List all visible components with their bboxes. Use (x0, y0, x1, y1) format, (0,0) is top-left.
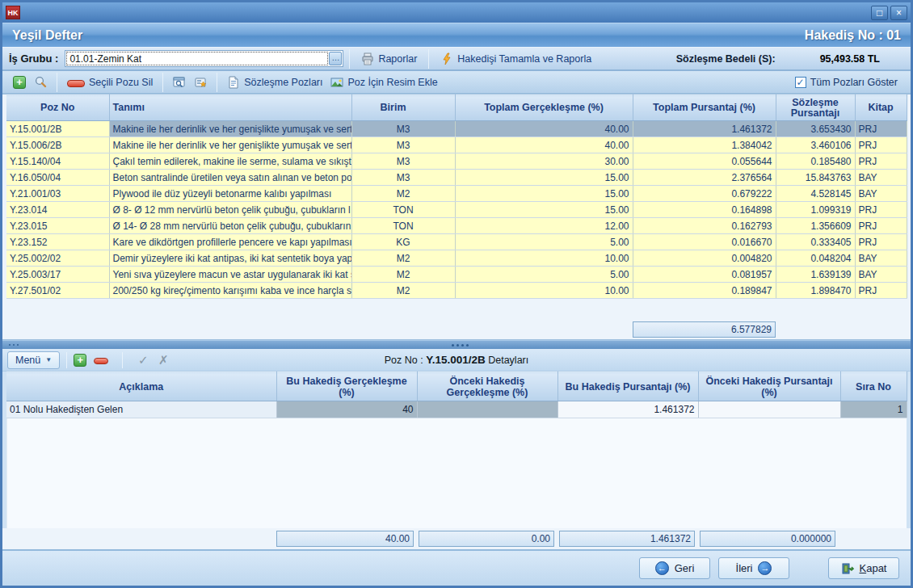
cell-sozlesme[interactable]: 4.528145 (776, 186, 855, 202)
cell-gerceklesme[interactable]: 12.00 (455, 218, 633, 234)
cell-birim[interactable]: TON (351, 218, 455, 234)
apply-icon[interactable]: ✓ (137, 354, 149, 367)
cell-kitap[interactable]: BAY (855, 250, 907, 267)
col-header-aciklama[interactable]: Açıklama (6, 372, 276, 401)
is-grubu-combobox[interactable]: 01.01-Zemin Kat … (65, 50, 343, 67)
cell-bu-gerc[interactable]: 40 (276, 401, 417, 418)
cell-pursantaj[interactable]: 0.679222 (633, 186, 776, 202)
cell-birim[interactable]: M2 (351, 186, 455, 202)
cell-sozlesme[interactable]: 0.333405 (776, 234, 855, 250)
cell-tanim[interactable]: Makine ile her derinlik ve her genişlikt… (109, 137, 351, 153)
cell-birim[interactable]: M3 (351, 153, 455, 170)
cell-tanim[interactable]: Ø 14- Ø 28 mm nervürlü beton çelik çubuğ… (109, 218, 351, 234)
cell-tanim[interactable]: Çakıl temin edilerek, makine ile serme, … (109, 153, 351, 170)
cell-pursantaj[interactable]: 0.081957 (633, 267, 776, 283)
cell-birim[interactable]: M3 (351, 170, 455, 186)
detail-add-icon[interactable]: + (74, 354, 86, 367)
cell-sozlesme[interactable]: 1.639139 (776, 267, 855, 283)
cell-sozlesme[interactable]: 0.185480 (776, 153, 855, 170)
cell-poz-no[interactable]: Y.15.006/2B (6, 137, 109, 153)
cell-kitap[interactable]: BAY (855, 170, 907, 186)
tum-pozlari-goster-control[interactable]: ✓ Tüm Pozları Göster (795, 77, 898, 88)
cell-kitap[interactable]: PRJ (855, 202, 907, 218)
cell-pursantaj[interactable]: 1.461372 (633, 121, 776, 137)
panel-splitter[interactable] (2, 340, 911, 349)
col-header-toplam-pursantaj[interactable]: Toplam Pursantaj (%) (633, 95, 776, 121)
table-row[interactable]: Y.25.003/17Yeni sıva yüzeylere macun ve … (6, 267, 907, 283)
cell-pursantaj[interactable]: 0.164898 (633, 202, 776, 218)
cell-tanim[interactable]: Makine ile her derinlik ve her genişlikt… (109, 121, 351, 137)
table-row[interactable]: Y.15.140/04Çakıl temin edilerek, makine … (6, 153, 907, 170)
cell-sira-no[interactable]: 1 (840, 401, 907, 418)
cell-pursantaj[interactable]: 0.055644 (633, 153, 776, 170)
col-header-sozlesme-pursantaji[interactable]: Sözleşme Pursantajı (776, 95, 855, 121)
cell-tanim[interactable]: Beton santralinde üretilen veya satın al… (109, 170, 351, 186)
secili-pozu-sil-button[interactable]: Seçili Pozu Sil (63, 75, 157, 90)
close-button[interactable]: × (890, 6, 907, 20)
col-header-onceki-gerceklesme[interactable]: Önceki Hakediş Gerçekleşme (%) (417, 372, 557, 401)
cell-poz-no[interactable]: Y.21.001/03 (6, 186, 109, 202)
cell-kitap[interactable]: BAY (855, 186, 907, 202)
cell-gerceklesme[interactable]: 15.00 (455, 202, 633, 218)
tree-view-button[interactable] (190, 74, 211, 90)
preview-button[interactable] (169, 74, 190, 90)
table-row[interactable]: Y.15.006/2BMakine ile her derinlik ve he… (6, 137, 907, 153)
col-header-kitap[interactable]: Kitap (855, 95, 907, 121)
cell-kitap[interactable]: PRJ (855, 121, 907, 137)
col-header-birim[interactable]: Birim (351, 95, 455, 121)
cell-poz-no[interactable]: Y.23.015 (6, 218, 109, 234)
col-header-poz-no[interactable]: Poz No (6, 95, 109, 121)
cell-sozlesme[interactable]: 1.356609 (776, 218, 855, 234)
cell-kitap[interactable]: PRJ (855, 234, 907, 250)
cell-gerceklesme[interactable]: 5.00 (455, 267, 633, 283)
cell-tanim[interactable]: Plywood ile düz yüzeyli betonarme kalıbı… (109, 186, 351, 202)
cell-poz-no[interactable]: Y.25.002/02 (6, 250, 109, 267)
cell-tanim[interactable]: 200/250 kg kireç/çimento karışımı kaba v… (109, 283, 351, 299)
col-header-bu-gerceklesme[interactable]: Bu Hakediş Gerçekleşme (%) (276, 372, 417, 401)
cell-poz-no[interactable]: Y.15.001/2B (6, 121, 109, 137)
cell-gerceklesme[interactable]: 5.00 (455, 234, 633, 250)
geri-button[interactable]: ← Geri (639, 557, 710, 579)
cell-gerceklesme[interactable]: 10.00 (455, 250, 633, 267)
table-row[interactable]: Y.21.001/03Plywood ile düz yüzeyli beton… (6, 186, 907, 202)
cell-tanim[interactable]: Kare ve dikdörtgen profillerle pencere v… (109, 234, 351, 250)
cell-tanim[interactable]: Demir yüzeylere iki kat antipas, iki kat… (109, 250, 351, 267)
cell-tanim[interactable]: Yeni sıva yüzeylere macun ve astar uygul… (109, 267, 351, 283)
cell-onceki-purs[interactable] (698, 401, 840, 418)
cell-sozlesme[interactable]: 0.048204 (776, 250, 855, 267)
col-header-tanimi[interactable]: Tanımı (109, 95, 351, 121)
cell-birim[interactable]: M3 (351, 121, 455, 137)
cell-birim[interactable]: M3 (351, 137, 455, 153)
is-grubu-value[interactable]: 01.01-Zemin Kat (66, 52, 328, 65)
table-row[interactable]: Y.15.001/2BMakine ile her derinlik ve he… (6, 121, 907, 137)
cell-onceki-gerc[interactable] (417, 401, 557, 418)
cell-gerceklesme[interactable]: 10.00 (455, 283, 633, 299)
cell-poz-no[interactable]: Y.16.050/04 (6, 170, 109, 186)
poz-resim-ekle-button[interactable]: Poz İçin Resim Ekle (326, 74, 441, 90)
cancel-icon[interactable]: ✗ (157, 354, 170, 367)
cell-aciklama[interactable]: 01 Nolu Hakedişten Gelen (6, 401, 276, 418)
cell-pursantaj[interactable]: 0.162793 (633, 218, 776, 234)
cell-bu-purs[interactable]: 1.461372 (557, 401, 698, 418)
hakedisi-tamamla-button[interactable]: Hakedişi Tamamla ve Raporla (435, 50, 597, 68)
menu-button[interactable]: Menü ▼ (7, 351, 60, 369)
table-row[interactable]: Y.25.002/02Demir yüzeylere iki kat antip… (6, 250, 907, 267)
cell-tanim[interactable]: Ø 8- Ø 12 mm nervürlü beton çelik çubuğu… (109, 202, 351, 218)
cell-sozlesme[interactable]: 3.653430 (776, 121, 855, 137)
cell-birim[interactable]: TON (351, 202, 455, 218)
cell-gerceklesme[interactable]: 15.00 (455, 170, 633, 186)
col-header-sira-no[interactable]: Sıra No (840, 372, 907, 401)
cell-gerceklesme[interactable]: 40.00 (455, 137, 633, 153)
cell-poz-no[interactable]: Y.27.501/02 (6, 283, 109, 299)
table-row[interactable]: Y.23.015Ø 14- Ø 28 mm nervürlü beton çel… (6, 218, 907, 234)
cell-poz-no[interactable]: Y.23.152 (6, 234, 109, 250)
cell-pursantaj[interactable]: 1.384042 (633, 137, 776, 153)
cell-pursantaj[interactable]: 0.016670 (633, 234, 776, 250)
cell-poz-no[interactable]: Y.15.140/04 (6, 153, 109, 170)
cell-birim[interactable]: M2 (351, 283, 455, 299)
raporlar-button[interactable]: Raporlar (356, 50, 423, 68)
table-row[interactable]: Y.16.050/04Beton santralinde üretilen ve… (6, 170, 907, 186)
cell-pursantaj[interactable]: 2.376564 (633, 170, 776, 186)
col-header-onceki-pursantaj[interactable]: Önceki Hakediş Pursantajı (%) (698, 372, 840, 401)
edit-poz-button[interactable] (30, 74, 51, 90)
